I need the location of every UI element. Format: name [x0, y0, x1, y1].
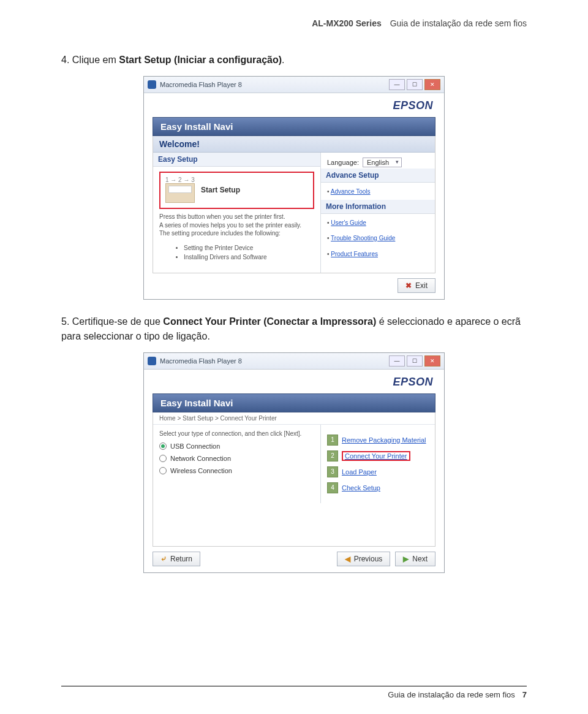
minimize-button[interactable]: — [389, 355, 405, 366]
window-title: Macromedia Flash Player 8 [160, 357, 385, 365]
running-header: AL-MX200 Series Guia de instalação da re… [61, 18, 527, 28]
step-num-icon: 4 [327, 482, 338, 493]
start-setup-label: Start Setup [201, 186, 240, 194]
radio-usb[interactable]: USB Connection [159, 442, 314, 450]
language-select[interactable]: English [363, 158, 402, 167]
step-num-icon: 1 [327, 435, 338, 446]
screenshot-connect-printer: Macromedia Flash Player 8 — ☐ ✕ EPSON Ea… [143, 352, 445, 573]
radio-wireless[interactable]: Wireless Connection [159, 467, 314, 474]
footer-guide-name: Guia de instalação da rede sem fios [388, 690, 514, 699]
users-guide-link[interactable]: User's Guide [331, 219, 366, 226]
select-instruction: Select your type of connection, and then… [159, 430, 314, 438]
arrow-left-icon: ◀ [345, 555, 350, 563]
return-arrow-icon: ⤶ [160, 555, 167, 563]
advance-tools-link[interactable]: Advance Tools [331, 188, 371, 195]
easy-setup-heading: Easy Setup [153, 153, 320, 167]
language-label: Language: [327, 159, 359, 166]
box-icon [165, 183, 195, 203]
step-remove-packaging[interactable]: 1Remove Packaging Material [327, 435, 429, 446]
maximize-button[interactable]: ☐ [407, 79, 423, 90]
x-icon: ✖ [405, 281, 412, 290]
radio-icon [159, 467, 167, 474]
epson-logo: EPSON [393, 99, 433, 112]
flash-icon [148, 357, 156, 365]
step-num-icon: 2 [327, 450, 338, 461]
product-features-link[interactable]: Product Features [331, 251, 378, 257]
window-title: Macromedia Flash Player 8 [160, 81, 385, 88]
steps-123: 1 → 2 → 3 [165, 177, 195, 183]
exit-button[interactable]: ✖Exit [398, 278, 435, 293]
maximize-button[interactable]: ☐ [407, 355, 423, 366]
more-info-heading: More Information [321, 200, 435, 214]
window-title-bar: Macromedia Flash Player 8 — ☐ ✕ [144, 77, 444, 93]
previous-button[interactable]: ◀Previous [337, 552, 391, 566]
start-setup-tile[interactable]: 1 → 2 → 3 Start Setup [159, 172, 314, 209]
start-setup-desc: Press this button when you set the print… [159, 213, 314, 262]
trouble-shooting-link[interactable]: Trouble Shooting Guide [331, 235, 395, 241]
advance-setup-heading: Advance Setup [321, 169, 435, 183]
epson-logo: EPSON [393, 376, 433, 388]
page-number: 7 [522, 690, 527, 699]
step4-text: 4. Clique em Start Setup (Iniciar a conf… [61, 53, 527, 67]
next-button[interactable]: ▶Next [395, 552, 435, 566]
return-button[interactable]: ⤶Return [153, 552, 200, 566]
arrow-right-icon: ▶ [403, 555, 409, 563]
series-name: AL-MX200 Series [312, 18, 382, 28]
step-check-setup[interactable]: 4Check Setup [327, 482, 429, 493]
minimize-button[interactable]: — [389, 79, 405, 90]
guide-name: Guia de instalação da rede sem fios [390, 18, 527, 28]
step5-text: 5. Certifique-se de que Connect Your Pri… [61, 314, 527, 344]
close-button[interactable]: ✕ [424, 355, 440, 366]
step-num-icon: 3 [327, 466, 338, 477]
navi-heading: Easy Install Navi [153, 393, 435, 412]
flash-icon [148, 80, 156, 89]
step-load-paper[interactable]: 3Load Paper [327, 466, 429, 477]
welcome-heading: Welcome! [153, 136, 435, 153]
screenshot-start-setup: Macromedia Flash Player 8 — ☐ ✕ EPSON Ea… [143, 76, 445, 300]
window-title-bar: Macromedia Flash Player 8 — ☐ ✕ [144, 353, 444, 370]
radio-icon [159, 455, 167, 462]
step-connect-printer[interactable]: 2Connect Your Printer [327, 450, 429, 461]
radio-network[interactable]: Network Connection [159, 455, 314, 462]
navi-heading: Easy Install Navi [153, 117, 435, 136]
close-button[interactable]: ✕ [424, 79, 440, 90]
page-footer: Guia de instalação da rede sem fios 7 [61, 686, 527, 699]
breadcrumb: Home > Start Setup > Connect Your Printe… [153, 412, 435, 425]
language-row: Language: English [327, 158, 429, 167]
radio-icon [159, 442, 167, 450]
